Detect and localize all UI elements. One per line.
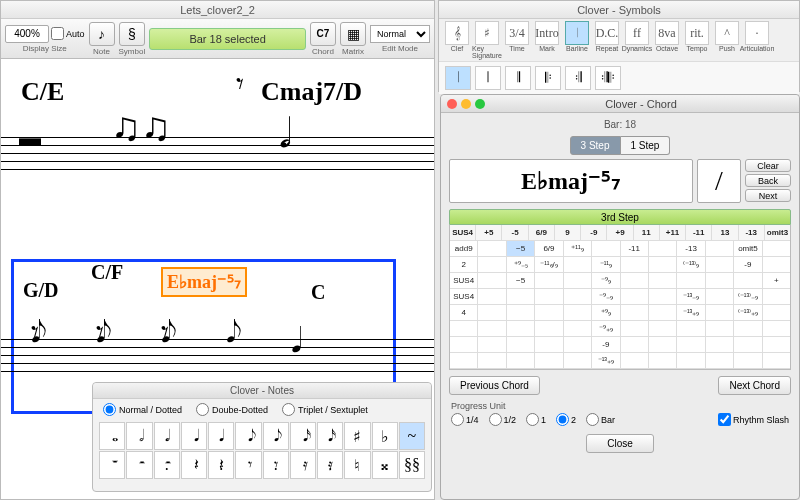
note-value-button[interactable]: ♯ (344, 422, 370, 450)
extension-cell[interactable]: ⁻⁹₊₉ (592, 321, 620, 337)
note-value-button[interactable]: 𝅘𝅥 (181, 422, 207, 450)
extension-cell[interactable]: ⁻¹³₊₉ (677, 305, 705, 321)
symbol-category-barline[interactable]: 𝄀Barline (563, 21, 591, 52)
zoom-icon[interactable] (475, 99, 485, 109)
note-value-button[interactable]: 𝄼. (154, 451, 180, 479)
minimize-icon[interactable] (461, 99, 471, 109)
note-value-button[interactable]: 𝄾 (235, 451, 261, 479)
rhythm-radio[interactable]: Triplet / Sextuplet (282, 403, 368, 416)
symbol-category-push[interactable]: ^Push (713, 21, 741, 52)
extension-cell[interactable]: SUS4 (450, 289, 478, 305)
note-value-button[interactable]: 𝄻 (99, 451, 125, 479)
unit-radio-1[interactable]: 1 (526, 413, 546, 426)
rhythm-slash-checkbox[interactable]: Rhythm Slash (718, 413, 789, 426)
extension-cell[interactable]: 6/9 (529, 225, 555, 241)
note-value-button[interactable]: ♮ (344, 451, 370, 479)
extension-cell[interactable]: ⁻¹¹₉ (592, 257, 620, 273)
note-value-button[interactable]: 𝄼 (126, 451, 152, 479)
barline-final[interactable]: 𝄂 (505, 66, 531, 90)
extension-cell[interactable]: 11 (634, 225, 660, 241)
extension-cell[interactable]: +5 (476, 225, 502, 241)
extension-cell[interactable]: +9 (607, 225, 633, 241)
extension-cell[interactable]: ⁽⁻¹³⁾₋₉ (734, 289, 762, 305)
extension-cell[interactable]: ⁻⁹₋₉ (592, 289, 620, 305)
next-chord-button[interactable]: Next Chord (718, 376, 791, 395)
extension-cell[interactable]: SUS4 (450, 225, 476, 241)
extension-cell[interactable]: −5 (507, 273, 535, 289)
barline-single[interactable]: 𝄀 (445, 66, 471, 90)
extension-cell[interactable]: ⁺⁹₋₅ (507, 257, 535, 273)
tab-1step[interactable]: 1 Step (621, 136, 671, 155)
note-value-button[interactable]: ♭ (372, 422, 398, 450)
note-value-button[interactable]: 𝅝 (99, 422, 125, 450)
extension-cell[interactable]: ⁻¹³₊₉ (592, 353, 620, 369)
symbol-category-octave[interactable]: 8vaOctave (653, 21, 681, 52)
extension-cell[interactable]: ⁺¹¹₉ (564, 241, 592, 257)
symbol-category-repeat[interactable]: D.C.Repeat (593, 21, 621, 52)
back-button[interactable]: Back (745, 174, 791, 187)
chord-titlebar[interactable]: Clover - Chord (441, 95, 799, 113)
clear-button[interactable]: Clear (745, 159, 791, 172)
symbol-category-dynamics[interactable]: ffDynamics (623, 21, 651, 52)
note-mode-button[interactable]: ♪ (89, 22, 115, 46)
unit-radio-1-2[interactable]: 1/2 (489, 413, 517, 426)
extension-cell[interactable]: omit3 (765, 225, 790, 241)
close-button[interactable]: Close (586, 434, 654, 453)
extension-cell[interactable]: -13 (677, 241, 705, 257)
note-value-button[interactable]: 𝅘𝅥𝅮. (263, 422, 289, 450)
unit-radio-1-4[interactable]: 1/4 (451, 413, 479, 426)
barline-repeat-both[interactable]: 𝄇𝄆 (595, 66, 621, 90)
extension-cell[interactable]: -11 (686, 225, 712, 241)
auto-checkbox[interactable]: Auto (51, 27, 85, 40)
note-value-button[interactable]: 𝄿 (290, 451, 316, 479)
extension-cell[interactable]: -5 (502, 225, 528, 241)
extension-cell[interactable]: 4 (450, 305, 478, 321)
slash-display[interactable]: / (697, 159, 741, 203)
symbol-category-tempo[interactable]: rit.Tempo (683, 21, 711, 52)
note-value-button[interactable]: 𝄪 (372, 451, 398, 479)
chord-button[interactable]: C7 (310, 22, 336, 46)
rhythm-radio[interactable]: Doube-Dotted (196, 403, 268, 416)
note-value-button[interactable]: ~ (399, 422, 425, 450)
barline-double[interactable]: 𝄁 (475, 66, 501, 90)
extension-cell[interactable]: ⁻⁹₉ (592, 273, 620, 289)
extension-cell[interactable]: ⁻¹¹₆/₉ (535, 257, 563, 273)
extension-cell[interactable]: +11 (660, 225, 686, 241)
note-value-button[interactable]: 𝅘𝅥𝅮 (235, 422, 261, 450)
extension-cell[interactable]: -11 (621, 241, 649, 257)
next-button[interactable]: Next (745, 189, 791, 202)
note-value-button[interactable]: 𝅘𝅥. (208, 422, 234, 450)
symbol-category-time[interactable]: 3/4Time (503, 21, 531, 52)
barline-repeat-start[interactable]: 𝄆 (535, 66, 561, 90)
extension-cell[interactable]: 9 (555, 225, 581, 241)
extension-cell[interactable]: SUS4 (450, 273, 478, 289)
symbol-category-mark[interactable]: IntroMark (533, 21, 561, 52)
symbol-category-clef[interactable]: 𝄞Clef (443, 21, 471, 52)
symbol-category-articulation[interactable]: ·Articulation (743, 21, 771, 52)
rhythm-radio[interactable]: Normal / Dotted (103, 403, 182, 416)
extension-cell[interactable]: ⁽⁻¹³⁾₉ (677, 257, 705, 273)
extension-cell[interactable]: + (763, 273, 790, 289)
selected-chord-symbol[interactable]: E♭maj⁻⁵₇ (161, 267, 247, 297)
note-value-button[interactable]: 𝄽 (181, 451, 207, 479)
tab-3step[interactable]: 3 Step (570, 136, 621, 155)
extension-cell[interactable]: -13 (739, 225, 765, 241)
edit-mode-select[interactable]: Normal (370, 25, 430, 43)
barline-repeat-end[interactable]: 𝄇 (565, 66, 591, 90)
extension-cell[interactable]: ⁽⁻¹³⁾₊₉ (734, 305, 762, 321)
unit-radio-2[interactable]: 2 (556, 413, 576, 426)
extension-cell[interactable]: ⁺⁹₉ (592, 305, 620, 321)
matrix-button[interactable]: ▦ (340, 22, 366, 46)
unit-radio-Bar[interactable]: Bar (586, 413, 615, 426)
note-value-button[interactable]: 𝅗𝅥. (154, 422, 180, 450)
note-value-button[interactable]: 𝄿. (317, 451, 343, 479)
note-value-button[interactable]: §§ (399, 451, 425, 479)
note-value-button[interactable]: 𝅘𝅥𝅯. (317, 422, 343, 450)
note-value-button[interactable]: 𝅘𝅥𝅯 (290, 422, 316, 450)
note-value-button[interactable]: 𝄾. (263, 451, 289, 479)
extension-cell[interactable]: 2 (450, 257, 478, 273)
extension-cell[interactable]: ⁻¹³₋₉ (677, 289, 705, 305)
extension-cell[interactable]: 13 (712, 225, 738, 241)
zoom-select[interactable]: 400% (5, 25, 49, 43)
extension-cell[interactable]: −5 (507, 241, 535, 257)
